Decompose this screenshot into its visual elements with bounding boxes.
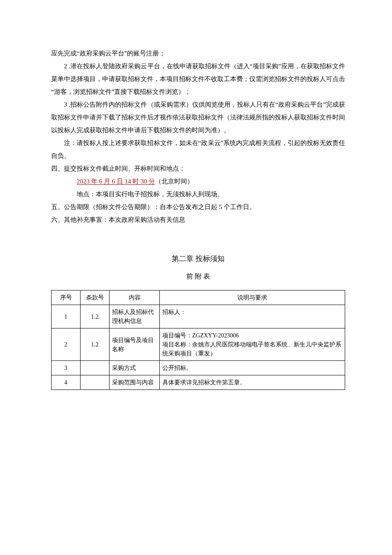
th-content: 内容 bbox=[110, 291, 160, 305]
cell-content: 招标人及招标代理机构信息 bbox=[110, 305, 160, 328]
list-text-3: .招标公告附件内的招标文件（或采购需求）仅供阅览使用，投标人只有在“政府采购云平… bbox=[51, 101, 345, 134]
cell-seq: 1 bbox=[52, 305, 81, 328]
table-row: 4 采购范围与内容 具体要求详见招标文件第五章。 bbox=[52, 375, 345, 390]
cell-content: 项目编号及项目名称 bbox=[110, 328, 160, 361]
cell-seq: 2 bbox=[52, 328, 81, 361]
cell-desc: 招标人： bbox=[160, 305, 345, 328]
chapter-2-title: 第二章 投标须知 bbox=[51, 252, 345, 266]
cell-desc: 项目编号：ZGZXYY-2023006 项目名称：余姚市人民医院移动端电子签名系… bbox=[160, 328, 345, 361]
list-text-2: .潜在投标人登陆政府采购云平台，在线申请获取招标文件（进入“项目采购”应用，在获… bbox=[51, 63, 345, 95]
paragraph-item-2: 2 .潜在投标人登陆政府采购云平台，在线申请获取招标文件（进入“项目采购”应用，… bbox=[51, 60, 345, 98]
cell-desc: 公开招标。 bbox=[160, 361, 345, 375]
th-clause: 条款号 bbox=[81, 291, 110, 305]
th-desc: 说明与要求 bbox=[160, 291, 345, 305]
paragraph-item-3: 3 .招标公告附件内的招标文件（或采购需求）仅供阅览使用，投标人只有在“政府采购… bbox=[51, 98, 345, 137]
cell-seq: 4 bbox=[52, 375, 81, 390]
section-4-deadline-line: 2023 年 6 月 6 日 14 时 30 分（北京时间） bbox=[51, 175, 345, 188]
appendix-title: 前 附 表 bbox=[51, 270, 345, 283]
deadline-datetime: 2023 年 6 月 6 日 14 时 30 分 bbox=[77, 178, 155, 185]
table-header-row: 序号 条款号 内容 说明与要求 bbox=[52, 291, 345, 305]
cell-clause bbox=[81, 375, 110, 390]
cell-content: 采购范围与内容 bbox=[110, 375, 160, 390]
section-5: 五、公告期限（招标文件公告期限）：自本公告发布之日起 5 个工作日。 bbox=[51, 200, 345, 213]
cell-clause bbox=[81, 361, 110, 375]
list-num-3: 3 bbox=[64, 101, 67, 108]
section-4-heading: 四、提交投标文件截止时间、开标时间和地点： bbox=[51, 162, 345, 175]
paragraph-note: 注：请投标人按上述要求获取招标文件，如未在“政采云”系统内完成相关流程，引起的投… bbox=[51, 137, 345, 162]
section-6: 六、其他补充事宜：本次政府采购活动有关信息 bbox=[51, 213, 345, 226]
section-4-location: 地点：本项目实行电子招投标，无须投标人到现场。 bbox=[51, 188, 345, 200]
table-row: 1 1.2 招标人及招标代理机构信息 招标人： bbox=[52, 305, 345, 328]
cell-desc: 具体要求详见招标文件第五章。 bbox=[160, 375, 345, 390]
list-num-2: 2 bbox=[64, 63, 67, 70]
appendix-table: 序号 条款号 内容 说明与要求 1 1.2 招标人及招标代理机构信息 招标人： … bbox=[51, 290, 345, 390]
cell-clause: 1.2 bbox=[81, 328, 110, 361]
cell-clause: 1.2 bbox=[81, 305, 110, 328]
paragraph-register: 应先完成“政府采购云平台”的账号注册； bbox=[51, 47, 345, 60]
table-row: 2 1.2 项目编号及项目名称 项目编号：ZGZXYY-2023006 项目名称… bbox=[52, 328, 345, 361]
deadline-suffix: （北京时间） bbox=[155, 178, 193, 185]
table-row: 3 采购方式 公开招标。 bbox=[52, 361, 345, 375]
document-page: 应先完成“政府采购云平台”的账号注册； 2 .潜在投标人登陆政府采购云平台，在线… bbox=[0, 0, 392, 555]
cell-content: 采购方式 bbox=[110, 361, 160, 375]
th-seq: 序号 bbox=[52, 291, 81, 305]
cell-seq: 3 bbox=[52, 361, 81, 375]
